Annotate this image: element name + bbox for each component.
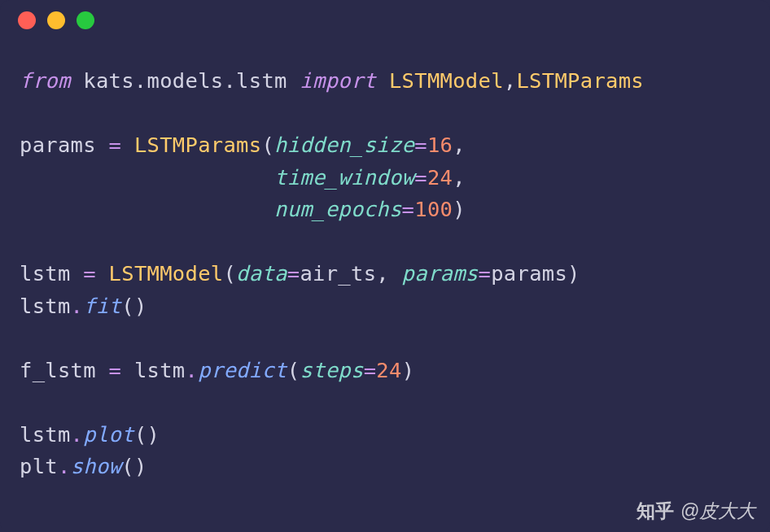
- titlebar: [0, 0, 770, 41]
- operator-eq: =: [479, 261, 492, 286]
- variable: lstm: [20, 261, 71, 286]
- code-line: lstm.fit(): [20, 294, 147, 318]
- variable: air_ts: [300, 261, 376, 286]
- code-line: lstm.plot(): [20, 422, 160, 447]
- operator-eq: =: [109, 358, 122, 382]
- comma: ,: [504, 68, 517, 93]
- watermark-author: @皮大大: [680, 499, 755, 524]
- param-name: params: [402, 261, 479, 286]
- code-line: time_window=24,: [20, 165, 466, 190]
- comma: ,: [453, 133, 466, 157]
- zhihu-logo-icon: 知乎: [637, 499, 674, 524]
- code-line: from kats.models.lstm import LSTMModel,L…: [20, 68, 644, 93]
- param-name: data: [236, 261, 287, 286]
- indent: [20, 197, 274, 221]
- paren-close: ): [453, 197, 466, 221]
- paren-close: ): [134, 294, 147, 318]
- operator-eq: =: [287, 261, 300, 286]
- operator-eq: =: [414, 133, 427, 157]
- function-call: show: [71, 454, 122, 478]
- operator-eq: =: [83, 261, 96, 286]
- paren-close: ): [402, 358, 415, 382]
- object: lstm: [20, 294, 71, 318]
- keyword-from: from: [20, 68, 71, 93]
- number: 16: [427, 133, 453, 157]
- dot-operator: .: [58, 454, 71, 478]
- function-call: plot: [83, 422, 134, 447]
- operator-eq: =: [402, 197, 415, 221]
- param-name: hidden_size: [274, 133, 414, 157]
- operator-eq: =: [364, 358, 377, 382]
- function-call: fit: [83, 294, 121, 318]
- number: 100: [414, 197, 453, 221]
- variable: params: [20, 133, 96, 157]
- dot-operator: .: [71, 294, 84, 318]
- number: 24: [427, 165, 453, 190]
- number: 24: [376, 358, 401, 382]
- class-name: LSTMParams: [134, 133, 262, 157]
- paren-open: (: [287, 358, 300, 382]
- indent: [20, 165, 274, 190]
- module-path: kats.models.lstm: [83, 68, 287, 93]
- paren-close: ): [567, 261, 580, 286]
- code-line: plt.show(): [20, 454, 147, 478]
- class-name: LSTMModel: [389, 68, 504, 93]
- operator-eq: =: [414, 165, 427, 190]
- param-name: steps: [300, 358, 363, 382]
- paren-open: (: [261, 133, 274, 157]
- function-call: predict: [198, 358, 287, 382]
- object: lstm: [20, 422, 71, 447]
- minimize-icon[interactable]: [47, 11, 65, 29]
- paren-close: ): [147, 422, 160, 447]
- code-window: from kats.models.lstm import LSTMModel,L…: [0, 0, 770, 532]
- paren-open: (: [121, 294, 134, 318]
- paren-open: (: [223, 261, 236, 286]
- comma: ,: [453, 165, 466, 190]
- paren-open: (: [134, 422, 147, 447]
- class-name: LSTMModel: [109, 261, 224, 286]
- comma: ,: [376, 261, 389, 286]
- code-line: f_lstm = lstm.predict(steps=24): [20, 358, 414, 382]
- code-line: num_epochs=100): [20, 197, 466, 221]
- code-line: params = LSTMParams(hidden_size=16,: [20, 133, 466, 157]
- paren-open: (: [121, 454, 134, 478]
- object: lstm: [134, 358, 186, 382]
- watermark: 知乎 @皮大大: [637, 499, 755, 524]
- code-line: lstm = LSTMModel(data=air_ts, params=par…: [20, 261, 580, 286]
- param-name: num_epochs: [274, 197, 402, 221]
- maximize-icon[interactable]: [77, 11, 94, 29]
- keyword-import: import: [300, 68, 376, 93]
- dot-operator: .: [71, 422, 84, 447]
- param-name: time_window: [274, 165, 414, 190]
- variable: f_lstm: [20, 358, 96, 382]
- object: plt: [20, 454, 58, 478]
- dot-operator: .: [186, 358, 199, 382]
- paren-close: ): [134, 454, 147, 478]
- operator-eq: =: [109, 133, 122, 157]
- code-editor: from kats.models.lstm import LSTMModel,L…: [0, 41, 770, 499]
- close-icon[interactable]: [18, 11, 36, 29]
- class-name: LSTMParams: [516, 68, 644, 93]
- variable: params: [491, 261, 567, 286]
